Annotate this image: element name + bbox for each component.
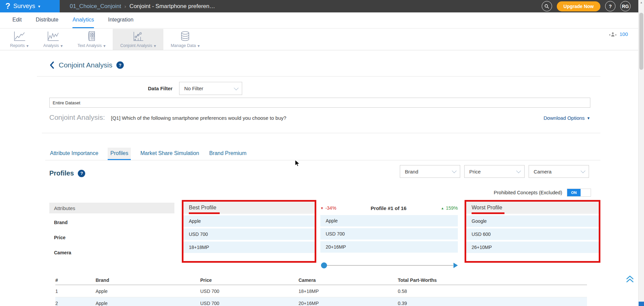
caret-down-icon: ▼: [320, 206, 324, 210]
best-profile-price: USD 700: [183, 228, 315, 240]
current-profile-price: USD 700: [320, 228, 458, 240]
red-underline-annotation: [189, 212, 220, 214]
subtab-attribute-importance[interactable]: Attribute Importance: [49, 148, 99, 160]
page-title: Conjoint Analysis: [59, 61, 112, 69]
search-icon: [544, 4, 549, 9]
part-worths-table: # Brand Price Camera Total Part-Worths 1…: [55, 276, 587, 306]
toolbar-item-label: Conjoint Analysis: [120, 43, 152, 48]
top-bar: ? Surveys ▾ 01_Choice_Conjoint › Conjoin…: [0, 0, 644, 12]
breadcrumb: 01_Choice_Conjoint › Conjoint - Smartpho…: [60, 3, 542, 10]
scrollbar-up-arrow[interactable]: ▲: [639, 1, 644, 4]
toolbar-item-conjoint-analysis[interactable]: Conjoint Analysis▾: [113, 29, 163, 50]
nav-tab-integration[interactable]: Integration: [108, 12, 133, 28]
divider: [42, 133, 600, 133]
analytics-toolbar: Reports▾ Analysis▾ Text Analysis▾ Conjoi…: [0, 29, 644, 50]
subtab-market-share-simulation[interactable]: Market Share Simulation: [140, 148, 200, 160]
chevron-down-icon: ▾: [154, 43, 156, 48]
current-profile-title: Profile #1 of 16: [371, 205, 407, 211]
worst-profile-title: Worst Profile: [472, 205, 502, 211]
cell-number: 1: [55, 289, 96, 294]
current-profile-camera: 20+16MP: [320, 241, 458, 253]
line-chart-icon: [13, 31, 26, 42]
slider-track[interactable]: [324, 265, 453, 266]
attribute-filter-dropdowns: Brand Price Camera: [400, 165, 589, 178]
best-profile-brand: Apple: [183, 215, 315, 227]
scroll-to-top-button[interactable]: [625, 274, 635, 285]
respondents-count[interactable]: 100: [620, 31, 628, 37]
attribute-row-brand: Brand: [49, 216, 174, 228]
best-profile-box: Best Profile Apple USD 700 18+18MP: [182, 200, 316, 263]
database-icon: [180, 31, 191, 42]
price-filter-select[interactable]: Price: [464, 165, 525, 178]
breadcrumb-folder[interactable]: 01_Choice_Conjoint: [70, 3, 121, 10]
download-options-button[interactable]: Download Options ▼: [544, 115, 590, 121]
avatar[interactable]: RG: [620, 1, 631, 11]
best-profile-title: Best Profile: [189, 205, 216, 211]
product-name: Surveys: [13, 3, 35, 10]
upgrade-now-button[interactable]: Upgrade Now: [557, 1, 600, 11]
brand-filter-select[interactable]: Brand: [400, 165, 460, 178]
col-header-total-part-worths: Total Part-Worths: [398, 277, 587, 283]
best-profile-camera: 18+18MP: [183, 242, 315, 253]
dataset-input[interactable]: Entire Dataset: [49, 98, 590, 108]
nav-tab-distribute[interactable]: Distribute: [36, 12, 59, 28]
chevron-down-icon: ▾: [61, 43, 63, 48]
camera-filter-value: Camera: [534, 169, 551, 174]
nav-tab-edit[interactable]: Edit: [12, 12, 22, 28]
toolbar-item-manage-data[interactable]: Manage Data▾: [163, 29, 207, 50]
section-label: Conjoint Analysis:: [49, 113, 105, 121]
cell-total-part-worths: 0.58: [398, 289, 587, 294]
slider-next-arrow[interactable]: [453, 263, 458, 268]
download-options-label: Download Options: [544, 115, 585, 121]
back-button[interactable]: [49, 61, 55, 69]
subtab-brand-premium[interactable]: Brand Premium: [209, 148, 247, 160]
help-button[interactable]: ?: [605, 1, 615, 11]
breadcrumb-separator-icon: ›: [124, 3, 126, 9]
red-underline-annotation: [472, 212, 504, 214]
brand-filter-value: Brand: [405, 169, 418, 174]
worst-profile-price: USD 600: [466, 228, 599, 240]
mouse-cursor: [294, 160, 301, 168]
chevron-down-icon: ▾: [38, 4, 40, 9]
chevron-down-icon: [581, 168, 585, 173]
survey-nav: Edit Distribute Analytics Integration: [0, 12, 644, 29]
profiles-help-icon[interactable]: ?: [78, 170, 85, 177]
toolbar-item-analysis[interactable]: Analysis▾: [36, 29, 70, 50]
data-filter-label: Data Filter: [148, 86, 172, 91]
cell-price: USD 700: [200, 301, 299, 306]
table-row: 1 Apple USD 700 18+18MP 0.58: [55, 285, 587, 297]
attribute-row-camera: Camera: [49, 247, 174, 259]
toolbar-item-text-analysis[interactable]: Text Analysis▾: [70, 29, 113, 50]
table-header-row: # Brand Price Camera Total Part-Worths: [55, 276, 587, 285]
camera-filter-select[interactable]: Camera: [529, 165, 589, 178]
app-window: ? Surveys ▾ 01_Choice_Conjoint › Conjoin…: [0, 0, 644, 306]
vertical-scrollbar[interactable]: ▲: [638, 0, 644, 306]
col-header-brand: Brand: [96, 277, 200, 283]
analysis-subtabs: Attribute Importance Profiles Market Sha…: [49, 148, 247, 160]
search-button[interactable]: [542, 1, 552, 11]
scrollbar-thumb[interactable]: [639, 13, 643, 70]
prohibited-concepts-label: Prohibited Concepts (Excluded): [494, 190, 562, 195]
cell-brand: Apple: [96, 301, 200, 306]
nav-tab-analytics[interactable]: Analytics: [72, 12, 94, 28]
attributes-header: Attributes: [49, 203, 174, 213]
toolbar-item-label: Reports: [10, 43, 25, 48]
prohibited-concepts-toggle[interactable]: ON: [567, 189, 591, 197]
slider-handle[interactable]: [321, 262, 327, 268]
toolbar-item-reports[interactable]: Reports▾: [3, 29, 36, 50]
data-filter-select[interactable]: No Filter: [179, 82, 242, 95]
dataset-value: Entire Dataset: [53, 100, 80, 105]
cell-price: USD 700: [200, 289, 299, 294]
surveys-menu[interactable]: ? Surveys ▾: [0, 0, 60, 12]
chevron-down-icon: ▾: [198, 43, 200, 48]
page-help-icon[interactable]: ?: [116, 61, 124, 69]
subtab-profiles[interactable]: Profiles: [108, 148, 131, 160]
price-filter-value: Price: [469, 169, 481, 174]
toolbar-item-label: Manage Data: [171, 43, 196, 48]
profile-increase-badge: ▲159%: [441, 205, 458, 211]
topbar-actions: Upgrade Now ? RG: [542, 1, 644, 11]
dot-chart-icon: [132, 31, 145, 42]
chevron-left-icon: [49, 61, 55, 69]
cell-total-part-worths: 0.39: [398, 301, 587, 306]
chevron-down-icon: [452, 168, 457, 173]
